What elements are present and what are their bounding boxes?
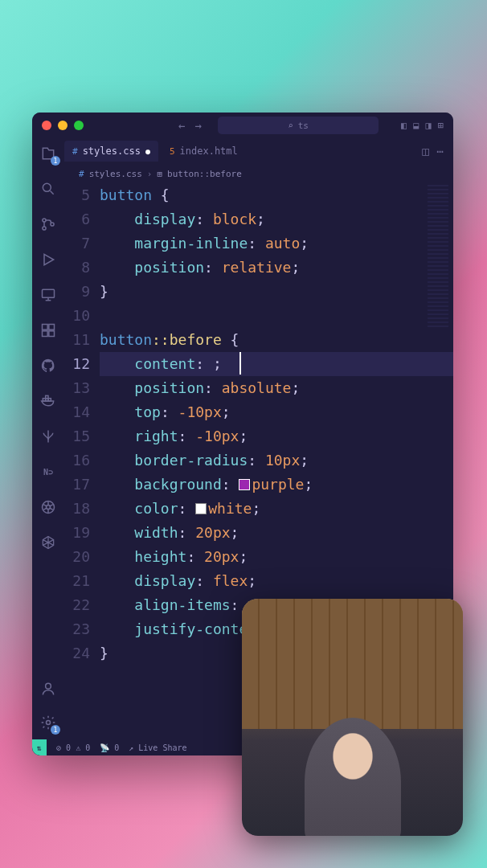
line-number: 6 bbox=[64, 207, 90, 231]
search-activity-icon[interactable] bbox=[39, 180, 57, 198]
breadcrumb-file[interactable]: styles.css bbox=[89, 169, 142, 179]
svg-rect-12 bbox=[46, 395, 48, 398]
svg-rect-5 bbox=[43, 325, 48, 330]
github-icon[interactable] bbox=[39, 357, 57, 375]
layout-controls: ◧ ⬓ ◨ ⊞ bbox=[401, 120, 444, 131]
environment-icon[interactable] bbox=[39, 428, 57, 445]
minimap[interactable] bbox=[428, 185, 448, 330]
nx-icon[interactable]: N⊃ bbox=[39, 463, 57, 481]
tab-styles-css[interactable]: # styles.css ● bbox=[64, 141, 158, 162]
css-file-icon: # bbox=[79, 169, 84, 179]
live-share-button[interactable]: ↗ Live Share bbox=[129, 743, 186, 752]
remote-explorer-icon[interactable] bbox=[39, 286, 57, 304]
customize-layout-icon[interactable]: ⊞ bbox=[438, 120, 444, 131]
svg-rect-6 bbox=[49, 325, 55, 330]
line-number: 21 bbox=[64, 569, 90, 593]
ports-indicator[interactable]: 📡 0 bbox=[100, 743, 119, 752]
line-number: 24 bbox=[64, 641, 90, 665]
tab-label: index.html bbox=[180, 145, 238, 157]
split-editor-icon[interactable]: ◫ bbox=[422, 145, 428, 158]
window-controls bbox=[42, 121, 84, 130]
line-number: 9 bbox=[64, 280, 90, 304]
color-swatch-purple[interactable] bbox=[239, 479, 250, 490]
symbol-icon: ⊞ bbox=[157, 169, 162, 179]
source-control-icon[interactable] bbox=[39, 215, 57, 233]
svg-rect-7 bbox=[43, 331, 48, 337]
line-number: 14 bbox=[64, 400, 90, 424]
remote-indicator[interactable]: ⇅ bbox=[32, 739, 47, 755]
settings-gear-icon[interactable]: 1 bbox=[39, 714, 57, 731]
svg-rect-4 bbox=[43, 289, 55, 297]
css-file-icon: # bbox=[72, 146, 78, 157]
toggle-panel-left-icon[interactable]: ◧ bbox=[401, 120, 407, 131]
line-number: 22 bbox=[64, 593, 90, 617]
command-center[interactable]: ⌕ ts bbox=[218, 117, 379, 134]
close-window-button[interactable] bbox=[42, 121, 51, 130]
line-number: 19 bbox=[64, 521, 90, 545]
nav-back-icon[interactable]: ← bbox=[178, 119, 185, 132]
account-icon[interactable] bbox=[39, 680, 57, 698]
extensions-icon[interactable] bbox=[39, 321, 57, 339]
line-number: 15 bbox=[64, 424, 90, 448]
line-number: 8 bbox=[64, 256, 90, 280]
line-number: 12 bbox=[64, 352, 90, 376]
line-number: 7 bbox=[64, 231, 90, 256]
line-number: 17 bbox=[64, 473, 90, 497]
html-file-icon: 5 bbox=[170, 146, 175, 157]
line-number: 11 bbox=[64, 328, 90, 352]
webcam-overlay bbox=[242, 599, 463, 836]
search-icon: ⌕ bbox=[288, 121, 293, 131]
line-number-gutter: 5 6 7 8 9 10 11 12 13 14 15 16 17 18 19 … bbox=[64, 183, 100, 739]
modified-indicator-icon: ● bbox=[145, 147, 150, 156]
explorer-icon[interactable]: 1 bbox=[39, 145, 57, 162]
tab-label: styles.css bbox=[83, 145, 141, 157]
title-bar: ← → ⌕ ts ◧ ⬓ ◨ ⊞ bbox=[32, 113, 453, 138]
run-debug-icon[interactable] bbox=[39, 251, 57, 268]
search-placeholder: ts bbox=[298, 121, 309, 131]
maximize-window-button[interactable] bbox=[74, 121, 84, 130]
explorer-badge: 1 bbox=[51, 156, 60, 166]
svg-point-0 bbox=[43, 183, 51, 191]
settings-badge: 1 bbox=[51, 725, 60, 735]
minimize-window-button[interactable] bbox=[58, 121, 68, 130]
toggle-panel-bottom-icon[interactable]: ⬓ bbox=[413, 120, 419, 131]
line-number: 16 bbox=[64, 448, 90, 473]
line-number: 20 bbox=[64, 545, 90, 569]
svg-point-15 bbox=[46, 683, 51, 689]
chevron-right-icon: › bbox=[147, 169, 153, 179]
docker-icon[interactable] bbox=[39, 392, 57, 410]
line-number: 23 bbox=[64, 617, 90, 641]
errors-count[interactable]: ⊘ 0 ⚠ 0 bbox=[56, 743, 90, 752]
nav-arrows: ← → bbox=[178, 119, 202, 132]
graphql-icon[interactable] bbox=[39, 534, 57, 551]
svg-point-3 bbox=[51, 223, 54, 226]
line-number: 18 bbox=[64, 497, 90, 521]
line-number: 10 bbox=[64, 304, 90, 328]
toggle-panel-right-icon[interactable]: ◨ bbox=[426, 120, 432, 131]
svg-point-16 bbox=[47, 721, 51, 725]
line-number: 5 bbox=[64, 183, 90, 207]
color-swatch-white[interactable] bbox=[195, 503, 207, 514]
breadcrumb[interactable]: # styles.css › ⊞ button::before bbox=[32, 164, 453, 183]
svg-rect-8 bbox=[49, 331, 55, 337]
svg-point-2 bbox=[43, 227, 46, 230]
activity-bar: 1 N⊃ bbox=[32, 138, 64, 739]
editor-tabs: # styles.css ● 5 index.html ◫ ⋯ bbox=[32, 138, 453, 164]
breadcrumb-symbol[interactable]: button::before bbox=[167, 169, 242, 179]
svg-point-1 bbox=[43, 219, 46, 222]
line-number: 13 bbox=[64, 376, 90, 400]
tab-index-html[interactable]: 5 index.html bbox=[162, 141, 246, 162]
nav-forward-icon[interactable]: → bbox=[194, 119, 201, 132]
kubernetes-icon[interactable] bbox=[39, 498, 57, 516]
more-actions-icon[interactable]: ⋯ bbox=[437, 145, 444, 158]
